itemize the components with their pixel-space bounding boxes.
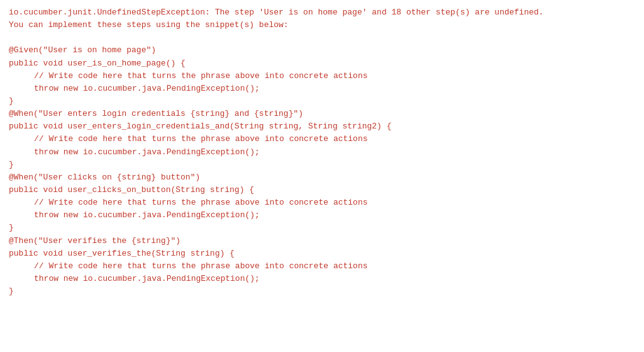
snippet-4-close: }	[9, 285, 635, 298]
snippet-3: @When("User clicks on {string} button") …	[9, 171, 635, 235]
snippet-4-throw: throw new io.cucumber.java.PendingExcept…	[9, 273, 635, 285]
snippet-1-signature: public void user_is_on_home_page() {	[9, 57, 635, 70]
snippet-3-annotation: @When("User clicks on {string} button")	[9, 171, 635, 184]
snippet-4-annotation: @Then("User verifies the {string}")	[9, 235, 635, 247]
snippet-4-comment: // Write code here that turns the phrase…	[9, 260, 635, 273]
snippet-3-throw: throw new io.cucumber.java.PendingExcept…	[9, 209, 635, 222]
snippet-2-comment: // Write code here that turns the phrase…	[9, 133, 635, 145]
snippet-3-close: }	[9, 222, 635, 234]
snippet-1: @Given("User is on home page") public vo…	[9, 44, 635, 108]
snippet-4-signature: public void user_verifies_the(String str…	[9, 247, 635, 260]
error-line1: io.cucumber.junit.UndefinedStepException…	[9, 6, 635, 19]
snippet-3-signature: public void user_clicks_on_button(String…	[9, 184, 635, 196]
snippet-2-close: }	[9, 159, 635, 171]
spacer-1	[9, 31, 635, 44]
snippet-3-comment: // Write code here that turns the phrase…	[9, 196, 635, 209]
error-output: io.cucumber.junit.UndefinedStepException…	[9, 6, 635, 298]
snippet-1-comment: // Write code here that turns the phrase…	[9, 70, 635, 82]
snippet-1-annotation: @Given("User is on home page")	[9, 44, 635, 57]
snippet-2-signature: public void user_enters_login_credential…	[9, 120, 635, 133]
snippet-2: @When("User enters login credentials {st…	[9, 108, 635, 171]
snippet-4: @Then("User verifies the {string}") publ…	[9, 235, 635, 298]
error-line2: You can implement these steps using the …	[9, 19, 635, 31]
snippet-2-throw: throw new io.cucumber.java.PendingExcept…	[9, 146, 635, 159]
snippet-2-annotation: @When("User enters login credentials {st…	[9, 108, 635, 120]
snippet-1-close: }	[9, 95, 635, 108]
snippet-1-throw: throw new io.cucumber.java.PendingExcept…	[9, 82, 635, 95]
